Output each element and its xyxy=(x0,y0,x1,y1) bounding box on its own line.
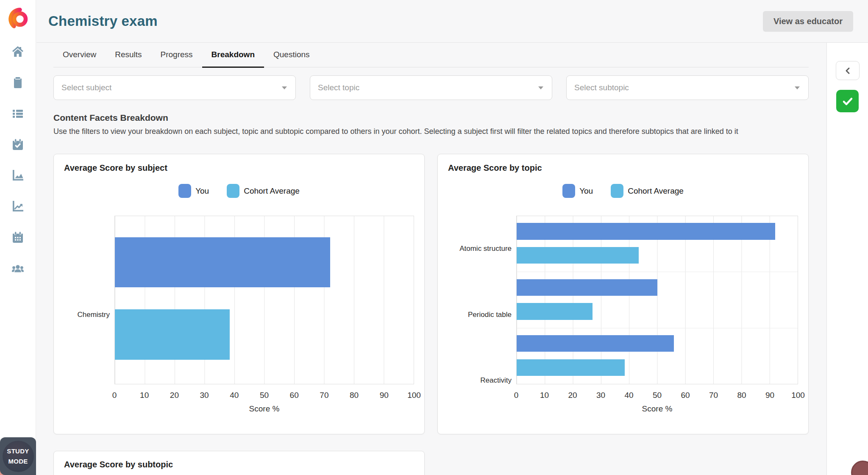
tab-questions[interactable]: Questions xyxy=(264,43,319,68)
filters-row: Select subject Select topic Select subto… xyxy=(53,75,809,100)
x-axis-ticks: 0102030405060708090100 xyxy=(516,384,798,403)
bar-cohort-average-chemistry xyxy=(115,309,230,360)
legend-label-you: You xyxy=(579,186,593,196)
plot xyxy=(114,216,414,384)
calendar-icon[interactable] xyxy=(11,231,24,244)
x-tick-30: 30 xyxy=(596,391,605,400)
study-mode-toggle[interactable]: STUDY MODE xyxy=(0,437,36,475)
confirm-button[interactable] xyxy=(836,90,859,112)
chevron-down-icon xyxy=(282,86,287,89)
area-chart-icon[interactable] xyxy=(11,169,24,182)
x-tick-100: 100 xyxy=(407,391,421,400)
x-tick-30: 30 xyxy=(200,391,209,400)
legend-swatch-cohort-average xyxy=(611,184,623,198)
bar-you-chemistry xyxy=(115,237,330,288)
people-icon[interactable] xyxy=(11,262,24,275)
view-as-educator-button[interactable]: View as educator xyxy=(763,11,853,32)
bar-you-reactivity xyxy=(517,335,674,352)
legend-item-you[interactable]: You xyxy=(562,184,593,198)
bar-you-atomic-structure xyxy=(517,223,775,239)
chart-title: Average Score by subtopic xyxy=(64,460,414,469)
category-label-periodic-table: Periodic table xyxy=(448,282,516,348)
chevron-left-icon xyxy=(844,67,851,75)
legend-label-you: You xyxy=(195,186,209,196)
tab-results[interactable]: Results xyxy=(106,43,151,68)
x-tick-80: 80 xyxy=(350,391,359,400)
category-label-reactivity: Reactivity xyxy=(448,347,516,414)
tab-progress[interactable]: Progress xyxy=(151,43,202,68)
legend-label-cohort-average: Cohort Average xyxy=(628,186,684,196)
trending-up-icon[interactable] xyxy=(11,200,24,213)
tab-overview[interactable]: Overview xyxy=(53,43,106,68)
subject-select[interactable]: Select subject xyxy=(53,75,296,100)
y-axis-labels: Chemistry xyxy=(64,216,114,414)
x-tick-60: 60 xyxy=(681,391,690,400)
subject-select-placeholder: Select subject xyxy=(61,83,111,92)
list-icon[interactable] xyxy=(11,107,24,120)
charts-row: Average Score by subject You Cohort Aver… xyxy=(53,154,809,434)
category-band-reactivity xyxy=(517,328,798,384)
x-tick-90: 90 xyxy=(765,391,774,400)
section-description: Use the filters to view your breakdown o… xyxy=(53,127,809,136)
main-area: Chemistry exam View as educator Overview… xyxy=(36,0,868,475)
legend-label-cohort-average: Cohort Average xyxy=(244,186,300,196)
study-mode-label: STUDY MODE xyxy=(4,446,32,466)
page-title: Chemistry exam xyxy=(48,13,158,29)
app-root: STUDY MODE Chemistry exam View as educat… xyxy=(0,0,868,475)
content-column: Overview Results Progress Breakdown Ques… xyxy=(36,43,826,475)
main-header: Chemistry exam View as educator xyxy=(36,0,868,43)
topic-select-placeholder: Select topic xyxy=(318,83,359,92)
x-tick-70: 70 xyxy=(709,391,718,400)
sidebar-nav xyxy=(0,45,36,275)
chart-card-subtopic: Average Score by subtopic xyxy=(53,451,425,475)
calendar-check-icon[interactable] xyxy=(11,138,24,151)
section-heading: Content Facets Breakdown xyxy=(53,113,809,123)
bar-cohort-average-reactivity xyxy=(517,359,625,376)
topic-select[interactable]: Select topic xyxy=(310,75,552,100)
subtopic-select-placeholder: Select subtopic xyxy=(574,83,629,92)
brand-logo[interactable] xyxy=(4,4,32,32)
home-icon[interactable] xyxy=(11,45,24,58)
clipboard-icon[interactable] xyxy=(11,76,24,89)
plot-wrap: 0102030405060708090100 Score % xyxy=(114,216,414,414)
x-tick-40: 40 xyxy=(624,391,633,400)
chart-card-subject: Average Score by subject You Cohort Aver… xyxy=(53,154,425,434)
category-label-chemistry: Chemistry xyxy=(64,216,114,414)
chevron-down-icon xyxy=(538,86,543,89)
legend-swatch-cohort-average xyxy=(227,184,239,198)
legend-item-cohort-average[interactable]: Cohort Average xyxy=(611,184,684,198)
x-tick-60: 60 xyxy=(290,391,299,400)
tab-breakdown[interactable]: Breakdown xyxy=(202,43,264,68)
logo-icon xyxy=(4,4,32,32)
plot xyxy=(516,216,798,384)
x-tick-100: 100 xyxy=(791,391,805,400)
legend-item-you[interactable]: You xyxy=(178,184,209,198)
right-rail xyxy=(826,43,868,475)
x-axis-title: Score % xyxy=(516,404,798,414)
category-band-atomic-structure xyxy=(517,216,798,272)
chart-area: Chemistry 0102030405060708090100 Score % xyxy=(64,216,414,414)
tab-bar: Overview Results Progress Breakdown Ques… xyxy=(53,43,809,67)
collapse-panel-button[interactable] xyxy=(836,61,860,80)
subtopic-select[interactable]: Select subtopic xyxy=(566,75,809,100)
legend-swatch-you xyxy=(178,184,191,198)
legend-item-cohort-average[interactable]: Cohort Average xyxy=(227,184,300,198)
x-axis-ticks: 0102030405060708090100 xyxy=(114,384,414,403)
plot-wrap: 0102030405060708090100 Score % xyxy=(516,216,798,414)
chart-title: Average Score by topic xyxy=(448,163,798,173)
chart-card-topic: Average Score by topic You Cohort Averag… xyxy=(437,154,809,434)
chevron-down-icon xyxy=(795,86,800,89)
chart-area: Atomic structurePeriodic tableReactivity… xyxy=(448,216,798,414)
x-tick-10: 10 xyxy=(540,391,549,400)
bar-cohort-average-atomic-structure xyxy=(517,247,639,264)
x-tick-50: 50 xyxy=(260,391,269,400)
sidebar: STUDY MODE xyxy=(0,0,36,475)
bar-you-periodic-table xyxy=(517,279,657,296)
x-tick-40: 40 xyxy=(230,391,239,400)
x-tick-50: 50 xyxy=(653,391,662,400)
chart-legend: You Cohort Average xyxy=(448,184,798,198)
x-axis-title: Score % xyxy=(114,404,414,414)
category-band-periodic-table xyxy=(517,272,798,328)
x-tick-20: 20 xyxy=(170,391,179,400)
corner-mascot[interactable] xyxy=(851,461,868,475)
